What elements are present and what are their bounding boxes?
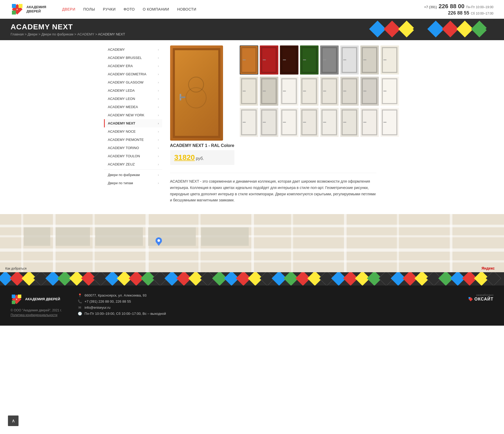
sidebar-item-leda[interactable]: ACADEMY LEDA › bbox=[104, 86, 162, 95]
sidebar-item-piemonte[interactable]: ACADEMY PIEMONTE › bbox=[104, 136, 162, 144]
svg-rect-21 bbox=[93, 214, 95, 272]
svg-rect-29 bbox=[24, 227, 50, 246]
color-swatch-offwhite8[interactable] bbox=[380, 108, 399, 137]
svg-rect-28 bbox=[450, 214, 452, 272]
main-layout: ACADEMY › ACADEMY BRUSSEL › ACADEMY ERA … bbox=[93, 40, 411, 214]
color-swatch-beige1[interactable] bbox=[360, 45, 379, 75]
svg-rect-13 bbox=[485, 20, 501, 37]
nav-ruchki[interactable]: РУЧКИ bbox=[103, 7, 116, 11]
nav-news[interactable]: НОВОСТИ bbox=[177, 7, 196, 11]
color-swatch-white4[interactable] bbox=[340, 77, 359, 106]
sidebar-divider bbox=[104, 169, 162, 170]
sidebar-item-academy[interactable]: ACADEMY › bbox=[104, 45, 162, 54]
color-swatch-offwhite2[interactable] bbox=[260, 108, 278, 137]
main-nav: ДВЕРИ ПОЛЫ РУЧКИ ФОТО О КОМПАНИИ НОВОСТИ bbox=[62, 7, 424, 11]
color-swatch-green[interactable] bbox=[300, 45, 319, 75]
color-swatch-white2[interactable] bbox=[300, 77, 319, 106]
color-swatch-beige2[interactable] bbox=[240, 77, 258, 106]
chevron-right-icon: › bbox=[158, 163, 159, 166]
sidebar-item-noce[interactable]: ACADEMY NOCE › bbox=[104, 127, 162, 136]
color-swatch-offwhite1[interactable] bbox=[240, 108, 258, 137]
logo-icon: А bbox=[11, 3, 24, 16]
dev-logo-icon bbox=[468, 297, 473, 302]
sidebar-item-medea[interactable]: ACADEMY MEDEA › bbox=[104, 103, 162, 111]
footer-contacts: 📍 660077, Красноярск, ул. Алексеева, 93 … bbox=[78, 293, 452, 318]
chevron-right-icon: › bbox=[158, 146, 159, 150]
chevron-right-icon: › bbox=[158, 81, 159, 84]
map-section: Яндекс Как добраться bbox=[0, 214, 504, 272]
svg-rect-24 bbox=[251, 214, 254, 272]
color-swatch-gray[interactable] bbox=[320, 45, 339, 75]
color-swatch-red[interactable] bbox=[260, 45, 278, 75]
map-svg: Яндекс Как добраться bbox=[0, 214, 504, 272]
color-swatch-offwhite7[interactable] bbox=[360, 108, 379, 137]
sidebar-item-era[interactable]: ACADEMY ERA › bbox=[104, 62, 162, 70]
logo-link[interactable]: А АКАДЕМИЯ ДВЕРЕЙ bbox=[11, 3, 46, 16]
svg-text:А: А bbox=[16, 8, 18, 11]
sidebar-item-torino[interactable]: ACADEMY TORINO › bbox=[104, 144, 162, 152]
chevron-right-icon: › bbox=[158, 105, 159, 109]
sidebar-item-by-factory[interactable]: Двери по фабрикам › bbox=[104, 171, 162, 179]
color-swatch-white5[interactable] bbox=[360, 77, 379, 106]
svg-rect-10 bbox=[442, 20, 459, 37]
svg-rect-8 bbox=[413, 20, 430, 37]
svg-rect-32 bbox=[148, 227, 196, 246]
svg-text:Как добраться: Как добраться bbox=[5, 267, 26, 270]
nav-dveri[interactable]: ДВЕРИ bbox=[62, 7, 75, 11]
sidebar-item-glasgow[interactable]: ACADEMY GLASGOW › bbox=[104, 78, 162, 86]
color-swatch-darkbrown[interactable] bbox=[280, 45, 298, 75]
color-swatch-lightgray[interactable] bbox=[340, 45, 359, 75]
svg-rect-5 bbox=[369, 20, 386, 37]
color-swatch-orange[interactable] bbox=[240, 45, 258, 75]
product-area: ACADEMY NEXT 1 - RAL Colore 31820 руб. bbox=[170, 45, 400, 209]
color-swatch-white3[interactable] bbox=[320, 77, 339, 106]
chevron-right-icon: › bbox=[158, 154, 159, 158]
sidebar-item-next[interactable]: ACADEMY NEXT › bbox=[104, 119, 162, 127]
chevron-right-icon: › bbox=[158, 97, 159, 101]
color-swatch-white6[interactable] bbox=[380, 77, 399, 106]
sidebar-item-zeuz[interactable]: ACADEMY ZEUZ › bbox=[104, 160, 162, 168]
color-swatch-offwhite5[interactable] bbox=[320, 108, 339, 137]
nav-company[interactable]: О КОМПАНИИ bbox=[143, 7, 169, 11]
footer-logo-text: АКАДЕМИЯ ДВЕРЕЙ bbox=[25, 297, 60, 302]
sidebar-item-by-type[interactable]: Двери по типам › bbox=[104, 179, 162, 187]
svg-marker-85 bbox=[12, 301, 16, 304]
sidebar-item-brussel[interactable]: ACADEMY BRUSSEL › bbox=[104, 54, 162, 62]
svg-rect-26 bbox=[344, 214, 347, 272]
diamond-decoration bbox=[369, 20, 501, 39]
nav-foto[interactable]: ФОТО bbox=[124, 7, 135, 11]
product-description: ACADEMY NEXT - это современная и динамич… bbox=[170, 173, 376, 209]
sidebar-item-newyork[interactable]: ACADEMY NEW YORK › bbox=[104, 111, 162, 119]
footer-policy-link[interactable]: Политика конфиденциальности bbox=[11, 313, 62, 317]
svg-marker-84 bbox=[18, 295, 21, 298]
svg-rect-19 bbox=[21, 214, 23, 272]
chevron-right-icon: › bbox=[158, 113, 159, 117]
svg-marker-1 bbox=[12, 4, 16, 8]
product-name-box: ACADEMY NEXT 1 - RAL Colore bbox=[170, 143, 234, 148]
sidebar-item-leon[interactable]: ACADEMY LEON › bbox=[104, 95, 162, 103]
color-swatch-white1[interactable] bbox=[280, 77, 298, 106]
product-main-image bbox=[170, 45, 223, 141]
chevron-right-icon: › bbox=[158, 130, 159, 133]
color-swatch-offwhite4[interactable] bbox=[300, 108, 319, 137]
chevron-right-icon: › bbox=[158, 56, 159, 60]
svg-text:Яндекс: Яндекс bbox=[482, 266, 495, 270]
phone-2: 226 88 55 bbox=[448, 10, 469, 16]
nav-poly[interactable]: ПОЛЫ bbox=[83, 7, 95, 11]
location-icon: 📍 bbox=[78, 293, 82, 297]
sidebar-item-toulon[interactable]: ACADEMY TOULON › bbox=[104, 152, 162, 160]
svg-rect-9 bbox=[427, 20, 444, 37]
color-swatch-offwhite3[interactable] bbox=[280, 108, 298, 137]
color-swatch-beige3[interactable] bbox=[260, 77, 278, 106]
color-swatch-offwhite6[interactable] bbox=[340, 108, 359, 137]
svg-marker-88 bbox=[469, 297, 470, 299]
chevron-right-icon: › bbox=[158, 72, 159, 76]
product-name: ACADEMY NEXT 1 - RAL Colore bbox=[170, 143, 234, 148]
svg-rect-7 bbox=[398, 20, 415, 37]
svg-rect-25 bbox=[291, 214, 293, 272]
header: А АКАДЕМИЯ ДВЕРЕЙ ДВЕРИ ПОЛЫ РУЧКИ ФОТО … bbox=[0, 0, 504, 19]
contact-area: +7 (391) 226 88 00 Пн-Пт 10:00–19:00 +7 … bbox=[424, 3, 493, 16]
svg-marker-83 bbox=[12, 295, 16, 298]
color-swatch-cream1[interactable] bbox=[380, 45, 399, 75]
sidebar-item-geometria[interactable]: ACADEMY GEOMETRIA › bbox=[104, 70, 162, 78]
